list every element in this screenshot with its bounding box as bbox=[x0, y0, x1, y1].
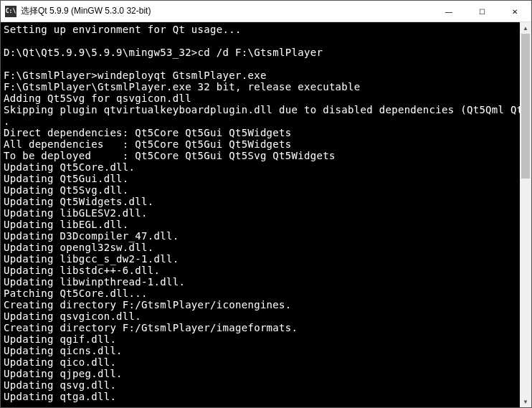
scroll-thumb[interactable] bbox=[521, 34, 530, 179]
window-controls: — ☐ ✕ bbox=[432, 1, 531, 22]
scroll-up-button[interactable]: ▲ bbox=[520, 22, 531, 34]
close-button[interactable]: ✕ bbox=[498, 1, 531, 22]
app-icon: C:\ bbox=[5, 6, 16, 17]
window-titlebar: C:\ 选择Qt 5.9.9 (MinGW 5.3.0 32-bit) — ☐ … bbox=[1, 1, 531, 22]
minimize-button[interactable]: — bbox=[432, 1, 465, 22]
scroll-track[interactable] bbox=[520, 34, 531, 396]
scroll-down-button[interactable]: ▼ bbox=[520, 396, 531, 407]
window-title: 选择Qt 5.9.9 (MinGW 5.3.0 32-bit) bbox=[21, 5, 151, 17]
vertical-scrollbar[interactable]: ▲ ▼ bbox=[520, 22, 531, 407]
console-output[interactable]: Setting up environment for Qt usage... D… bbox=[1, 22, 520, 407]
maximize-button[interactable]: ☐ bbox=[465, 1, 498, 22]
console-container: Setting up environment for Qt usage... D… bbox=[1, 22, 531, 407]
